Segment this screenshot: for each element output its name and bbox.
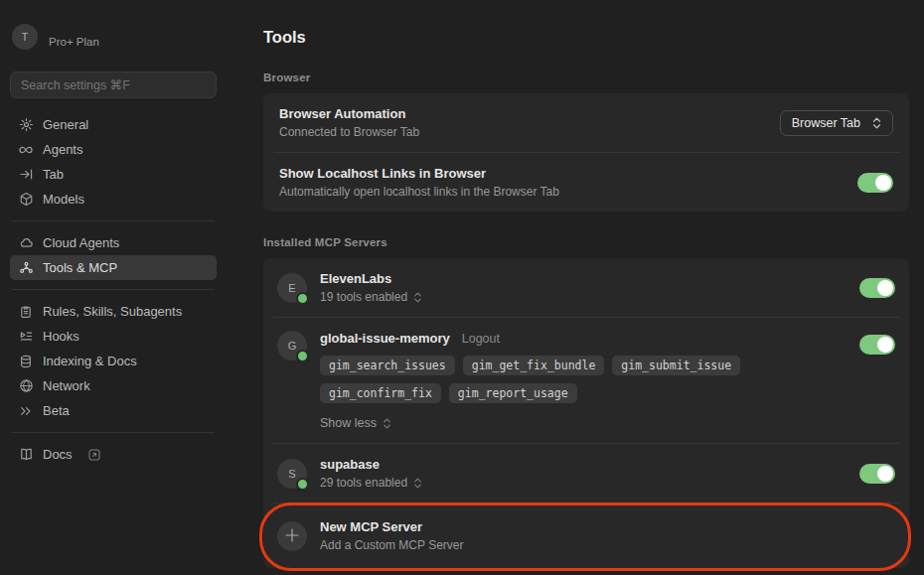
plan-label: Pro+ Plan — [49, 36, 99, 50]
server-name: ElevenLabs — [320, 271, 391, 286]
tool-badge[interactable]: gim_submit_issue — [612, 356, 740, 375]
new-mcp-server-wrap: New MCP Server Add a Custom MCP Server — [263, 503, 909, 568]
server-name: supabase — [320, 457, 380, 472]
tools-enabled-count: 19 tools enabled — [320, 290, 407, 304]
row-subtitle: Connected to Browser Tab — [279, 125, 780, 139]
new-server-title: New MCP Server — [320, 519, 895, 534]
section-label-browser: Browser — [263, 72, 909, 83]
mcp-server-row-elevenlabs: E ElevenLabs 19 tools enabled — [263, 258, 909, 317]
global-issue-memory-toggle[interactable] — [859, 335, 895, 355]
browser-target-select[interactable]: Browser Tab — [780, 110, 893, 136]
row-title: Show Localhost Links in Browser — [279, 166, 857, 181]
sidebar-item-indexing-docs[interactable]: Indexing & Docs — [10, 349, 217, 373]
sidebar-item-label: Cloud Agents — [43, 235, 119, 250]
new-mcp-server-button[interactable]: New MCP Server Add a Custom MCP Server — [263, 503, 909, 568]
sidebar-item-label: Docs — [43, 447, 73, 462]
arrow-to-bar-icon — [18, 167, 34, 183]
clipboard-icon — [18, 304, 34, 320]
row-subtitle: Automatically open localhost links in th… — [279, 185, 857, 199]
search-settings-input[interactable] — [10, 72, 217, 98]
mcp-server-row-global-issue-memory: G global-issue-memory Logout gim_search_… — [263, 318, 909, 443]
book-icon — [18, 447, 34, 463]
server-avatar: E — [277, 273, 307, 303]
logout-link[interactable]: Logout — [462, 332, 500, 346]
sidebar-item-tools-mcp[interactable]: Tools & MCP — [10, 255, 217, 280]
sidebar-item-label: Rules, Skills, Subagents — [43, 304, 182, 319]
sidebar-item-docs[interactable]: Docs — [10, 442, 217, 467]
row-title: Browser Automation — [279, 106, 780, 121]
avatar-letter: G — [288, 340, 297, 352]
collapse-tools-icon — [383, 418, 391, 429]
sidebar-item-label: Network — [43, 378, 90, 393]
tool-badge[interactable]: gim_report_usage — [449, 383, 577, 403]
tool-badge[interactable]: gim_get_fix_bundle — [463, 356, 605, 375]
sidebar-item-label: Hooks — [43, 329, 79, 344]
cube-icon — [18, 192, 34, 208]
toggle-knob — [877, 466, 893, 482]
show-less-label: Show less — [320, 416, 377, 430]
hub-icon — [18, 260, 34, 276]
toggle-knob — [877, 337, 893, 353]
sidebar-item-hooks[interactable]: Hooks — [10, 324, 217, 349]
avatar-letter: S — [288, 468, 295, 480]
play-list-icon — [18, 329, 34, 345]
sidebar-item-label: Tools & MCP — [43, 260, 117, 275]
tools-enabled-count: 29 tools enabled — [320, 476, 407, 490]
localhost-links-toggle[interactable] — [857, 173, 893, 193]
sidebar-item-beta[interactable]: Beta — [10, 398, 217, 423]
sidebar-item-label: Indexing & Docs — [43, 354, 137, 368]
plus-icon — [284, 527, 300, 545]
sidebar-item-label: General — [43, 117, 88, 132]
chevron-up-down-icon — [872, 117, 881, 129]
tools-panel: Tools Browser Browser Automation Connect… — [263, 0, 909, 568]
chevrons-right-icon — [18, 403, 34, 419]
elevenlabs-toggle[interactable] — [859, 278, 895, 298]
sidebar-item-general[interactable]: General — [10, 112, 217, 137]
sidebar-item-agents[interactable]: Agents — [10, 137, 217, 162]
mcp-server-row-supabase: S supabase 29 tools enabled — [263, 444, 909, 503]
sidebar-item-label: Agents — [43, 142, 82, 157]
server-avatar: G — [277, 331, 307, 360]
database-icon — [18, 354, 34, 369]
select-value: Browser Tab — [792, 116, 860, 130]
sidebar-divider — [12, 289, 215, 290]
page-title: Tools — [263, 28, 909, 47]
sidebar-item-label: Beta — [43, 403, 70, 418]
external-link-icon — [88, 449, 100, 461]
status-dot — [296, 292, 309, 305]
expand-tools-icon[interactable] — [413, 292, 422, 303]
show-less-control[interactable]: Show less — [320, 416, 859, 430]
cloud-icon — [18, 235, 34, 251]
sidebar-item-network[interactable]: Network — [10, 373, 217, 398]
avatar-letter: E — [288, 282, 295, 294]
avatar-letter: T — [22, 31, 28, 43]
mcp-servers-card: E ElevenLabs 19 tools enabled G — [263, 258, 909, 568]
status-dot — [296, 478, 309, 491]
browser-automation-row: Browser Automation Connected to Browser … — [263, 93, 909, 152]
sidebar-item-label: Tab — [43, 167, 64, 182]
plus-avatar — [277, 521, 307, 551]
globe-icon — [18, 378, 34, 394]
gear-icon — [18, 117, 34, 133]
expand-tools-icon[interactable] — [413, 478, 422, 489]
avatar[interactable]: T — [12, 24, 38, 50]
tool-badges: gim_search_issues gim_get_fix_bundle gim… — [320, 356, 787, 403]
supabase-toggle[interactable] — [859, 464, 895, 484]
browser-card: Browser Automation Connected to Browser … — [263, 93, 909, 212]
sidebar-item-models[interactable]: Models — [10, 187, 217, 212]
account-row[interactable]: T Pro+ Plan — [12, 24, 215, 50]
tool-badge[interactable]: gim_search_issues — [320, 356, 455, 375]
infinity-icon — [18, 142, 34, 158]
sidebar-item-tab[interactable]: Tab — [10, 162, 217, 187]
tool-badge[interactable]: gim_confirm_fix — [320, 383, 441, 403]
localhost-links-row: Show Localhost Links in Browser Automati… — [263, 153, 909, 212]
sidebar-item-cloud-agents[interactable]: Cloud Agents — [10, 230, 217, 255]
status-dot — [296, 350, 309, 362]
server-name: global-issue-memory — [320, 331, 450, 346]
sidebar-item-rules-skills-subagents[interactable]: Rules, Skills, Subagents — [10, 299, 217, 324]
server-avatar: S — [277, 459, 307, 489]
section-label-mcp-servers: Installed MCP Servers — [263, 236, 909, 248]
new-server-subtitle: Add a Custom MCP Server — [320, 538, 895, 552]
sidebar-nav: General Agents Tab Models Cloud Ag — [10, 112, 217, 467]
settings-sidebar: T Pro+ Plan General Agents Tab M — [0, 0, 227, 575]
